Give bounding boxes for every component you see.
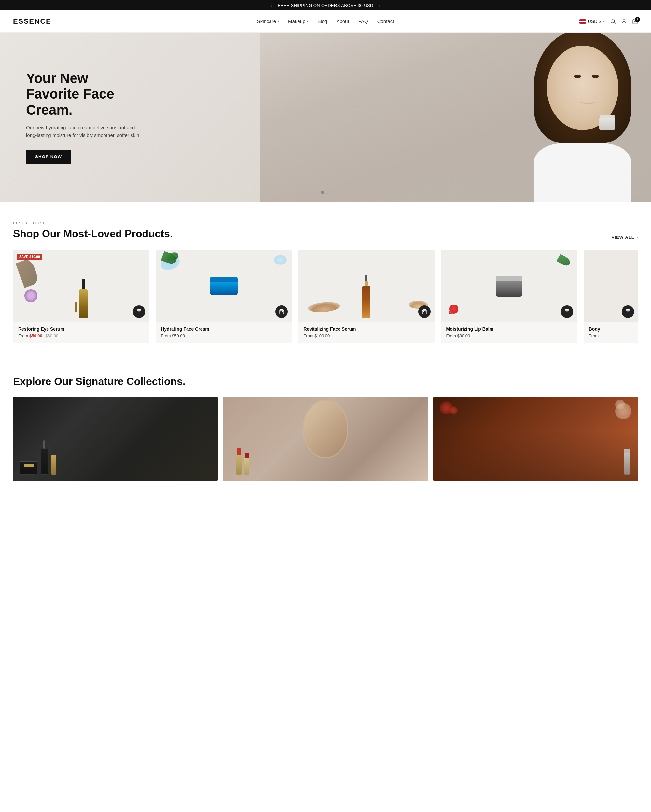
product-name: Body: [589, 326, 633, 331]
product-info: Restoring Eye Serum From $50.00 $60.00: [13, 322, 149, 343]
announcement-bar: ‹ FREE SHIPPING ON ORDERS ABOVE 30 USD ›: [0, 0, 651, 11]
account-icon: [621, 18, 627, 24]
account-button[interactable]: [621, 18, 627, 24]
section-header: Shop Our Most-Loved Products. VIEW ALL ›: [13, 228, 638, 240]
product-name: Restoring Eye Serum: [18, 326, 144, 331]
view-all-link[interactable]: VIEW ALL ›: [611, 235, 638, 240]
product-image-area: [156, 250, 292, 322]
announcement-text: FREE SHIPPING ON ORDERS ABOVE 30 USD: [278, 3, 373, 8]
add-to-cart-button[interactable]: [133, 305, 145, 318]
product-image-area: [298, 250, 434, 322]
product-card: Revitalizing Face Serum From $100.00: [298, 250, 434, 343]
product-price: From: [589, 333, 633, 338]
collections-section: Explore Our Signature Collections.: [0, 362, 651, 501]
svg-line-1: [614, 23, 615, 24]
collections-title: Explore Our Signature Collections.: [13, 375, 638, 388]
product-name: Moisturizing Lip Balm: [446, 326, 572, 331]
shopping-bag-icon: [279, 309, 284, 314]
nav-makeup[interactable]: Makeup ▾: [288, 18, 308, 24]
product-image-area: [584, 250, 638, 322]
product-info: Hydrating Face Cream From $50.00: [156, 322, 292, 343]
nav-skincare[interactable]: Skincare ▾: [257, 18, 279, 24]
hero-image-area: [260, 32, 651, 202]
cart-badge: 1: [635, 17, 640, 22]
collection-card[interactable]: [13, 397, 218, 481]
announcement-next-btn[interactable]: ›: [379, 3, 380, 8]
flag-icon: [579, 19, 586, 24]
product-image-area: SAVE $10.00: [13, 250, 149, 322]
logo[interactable]: ESSENCE: [13, 17, 51, 26]
product-card: Body From: [584, 250, 638, 343]
shopping-bag-icon: [136, 309, 142, 314]
hero-title: Your New Favorite Face Cream.: [26, 70, 143, 118]
nav-blog[interactable]: Blog: [317, 18, 327, 24]
svg-point-2: [623, 20, 625, 21]
save-badge: SAVE $10.00: [17, 254, 42, 259]
product-card: Hydrating Face Cream From $50.00: [156, 250, 292, 343]
product-price: From $50.00: [161, 333, 286, 338]
product-name: Hydrating Face Cream: [161, 326, 286, 331]
nav-faq[interactable]: FAQ: [358, 18, 368, 24]
product-info: Revitalizing Face Serum From $100.00: [298, 322, 434, 343]
header-actions: USD $ ▾ 1: [579, 18, 638, 24]
nav-about[interactable]: About: [336, 18, 349, 24]
product-info: Body From: [584, 322, 638, 343]
add-to-cart-button[interactable]: [418, 305, 431, 318]
hero-cta-button[interactable]: SHOP NOW: [26, 150, 71, 163]
search-icon: [610, 18, 616, 24]
hero-dot-2[interactable]: [327, 191, 330, 194]
chevron-down-icon: ▾: [277, 20, 279, 23]
currency-label: USD $: [588, 19, 601, 24]
add-to-cart-button[interactable]: [622, 305, 634, 318]
collection-card[interactable]: [223, 397, 428, 481]
products-grid: SAVE $10.00: [13, 250, 638, 343]
main-nav: Skincare ▾ Makeup ▾ Blog About FAQ Conta…: [257, 18, 394, 24]
chevron-down-icon: ▾: [307, 20, 308, 23]
product-price: From $50.00 $60.00: [18, 333, 144, 338]
bestsellers-section: BESTSELLERS Shop Our Most-Loved Products…: [0, 202, 651, 362]
chevron-down-icon: ▾: [603, 20, 605, 23]
product-price: From $30.00: [446, 333, 572, 338]
product-card: SAVE $10.00: [13, 250, 149, 343]
chevron-right-icon: ›: [636, 235, 638, 240]
product-card: Moisturizing Lip Balm From $30.00: [441, 250, 577, 343]
hero-dot-1[interactable]: [321, 191, 324, 194]
header: ESSENCE Skincare ▾ Makeup ▾ Blog About F…: [0, 11, 651, 32]
search-button[interactable]: [610, 18, 616, 24]
hero-content: Your New Favorite Face Cream. Our new hy…: [0, 51, 169, 183]
hero-section: Your New Favorite Face Cream. Our new hy…: [0, 32, 651, 202]
collection-card[interactable]: [433, 397, 638, 481]
bestsellers-title: Shop Our Most-Loved Products.: [13, 228, 173, 240]
nav-contact[interactable]: Contact: [377, 18, 394, 24]
product-name: Revitalizing Face Serum: [303, 326, 429, 331]
collections-grid: [13, 397, 638, 481]
shopping-bag-icon: [625, 309, 631, 314]
announcement-prev-btn[interactable]: ‹: [271, 3, 272, 8]
svg-point-0: [611, 20, 614, 23]
shopping-bag-icon: [564, 309, 570, 314]
currency-selector[interactable]: USD $ ▾: [579, 19, 605, 24]
hero-description: Our new hydrating face cream delivers in…: [26, 124, 143, 139]
product-price: From $100.00: [303, 333, 429, 338]
cart-button[interactable]: 1: [632, 18, 638, 24]
bestsellers-tag: BESTSELLERS: [13, 221, 638, 225]
shopping-bag-icon: [422, 309, 427, 314]
product-image-area: [441, 250, 577, 322]
hero-dots: [321, 191, 330, 194]
product-info: Moisturizing Lip Balm From $30.00: [441, 322, 577, 343]
add-to-cart-button[interactable]: [561, 305, 573, 318]
